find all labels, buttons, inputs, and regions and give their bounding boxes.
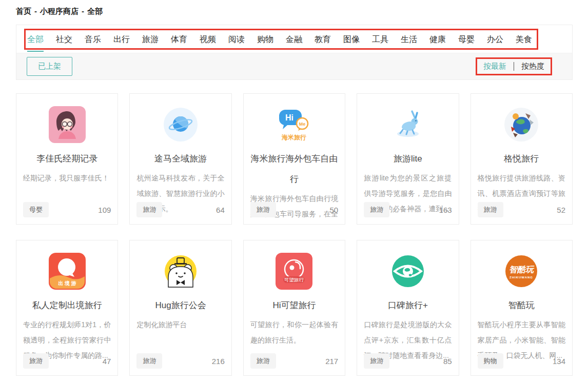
card-footer: 旅游 163 xyxy=(364,202,452,217)
app-card[interactable]: Hi Me 海米旅行 海米旅行海外包车自由行 海米旅行海外包车自由行境外旅游包车… xyxy=(243,93,345,225)
app-card[interactable]: 途马全域旅游 杭州途马科技发布，关于全域旅游、智慧旅游行业的小程序展示。 旅游 … xyxy=(129,93,231,225)
usage-count: 134 xyxy=(553,357,565,366)
app-card[interactable]: 格悦旅行 格悦旅行提供旅游线路、资讯、机票酒店查询预订等旅行服务。 旅游 52 xyxy=(471,93,573,225)
svg-text:Hi: Hi xyxy=(285,113,293,122)
card-footer: 旅游 50 xyxy=(250,202,338,217)
app-card[interactable]: 李佳氏经期记录 经期记录，我只服李佳氏！ 母婴 109 xyxy=(16,93,118,225)
usage-count: 64 xyxy=(216,206,225,214)
category-tag[interactable]: 旅游 xyxy=(478,202,503,217)
category-tag[interactable]: 旅游 xyxy=(136,202,162,217)
eye-globe-green-icon xyxy=(364,252,452,290)
zhikuwan-orange-icon: 智酷玩 ZHIKUWANG xyxy=(478,252,565,290)
svg-text:ZHIKUWANG: ZHIKUWANG xyxy=(509,276,533,279)
svg-text:海米旅行: 海米旅行 xyxy=(281,134,306,141)
usage-count: 50 xyxy=(330,206,339,214)
sort-by-hot[interactable]: 按热度 xyxy=(521,62,544,71)
app-card[interactable]: 智酷玩 ZHIKUWANG 智酷玩 智酷玩小程序主要从事智能家居产品，小米智能、… xyxy=(471,240,573,376)
app-title[interactable]: 格悦旅行 xyxy=(478,149,565,169)
filter-panel: 全部 社交 音乐 出行 旅游 体育 视频 阅读 购物 金融 教育 图像 工具 生… xyxy=(16,25,573,80)
nav-category-reading[interactable]: 阅读 xyxy=(228,27,245,52)
breadcrumb: 首页-小程序商店-全部 xyxy=(16,7,103,16)
sort-by-latest[interactable]: 按最新 xyxy=(483,62,506,71)
category-tag[interactable]: 旅游 xyxy=(250,353,276,369)
usage-count: 163 xyxy=(439,206,452,214)
breadcrumb-separator: - xyxy=(82,7,84,15)
hi-me-bubble-icon: Hi Me 海米旅行 xyxy=(250,106,338,144)
card-footer: 旅游 216 xyxy=(136,353,224,369)
category-nav: 全部 社交 音乐 出行 旅游 体育 视频 阅读 购物 金融 教育 图像 工具 生… xyxy=(16,25,572,53)
nav-category-shopping[interactable]: 购物 xyxy=(257,27,273,52)
category-tag[interactable]: 购物 xyxy=(478,353,503,369)
breadcrumb-separator: - xyxy=(34,7,37,15)
blue-planet-icon xyxy=(136,106,224,144)
blue-rabbit-icon xyxy=(364,106,452,144)
app-description: 经期记录，我只服李佳氏！ xyxy=(23,170,111,186)
nav-category-social[interactable]: 社交 xyxy=(56,27,72,52)
app-card[interactable]: 旅游lite 旅游lite为您的景区之旅提供导游导览服务，是您自由行旅游的必备神… xyxy=(357,93,459,225)
nav-category-education[interactable]: 教育 xyxy=(315,27,331,52)
app-title[interactable]: Hi可望旅行 xyxy=(250,295,338,316)
usage-count: 217 xyxy=(325,357,338,366)
nav-category-maternity[interactable]: 母婴 xyxy=(458,27,475,52)
breadcrumb-home[interactable]: 首页 xyxy=(16,7,31,15)
app-description: 定制化旅游平台 xyxy=(136,317,224,332)
app-title[interactable]: 智酷玩 xyxy=(478,295,565,316)
nav-category-office[interactable]: 办公 xyxy=(487,27,503,52)
nav-category-finance[interactable]: 金融 xyxy=(286,27,302,52)
app-title[interactable]: Hug旅行公会 xyxy=(136,295,224,316)
category-tag[interactable]: 旅游 xyxy=(250,202,276,217)
nav-category-video[interactable]: 视频 xyxy=(200,27,216,52)
usage-count: 47 xyxy=(103,357,111,366)
app-title[interactable]: 途马全域旅游 xyxy=(136,149,224,169)
app-title[interactable]: 私人定制出境旅行 xyxy=(23,295,111,316)
svg-text:智酷玩: 智酷玩 xyxy=(509,265,535,274)
breadcrumb-store[interactable]: 小程序商店 xyxy=(40,7,79,15)
nav-category-food[interactable]: 美食 xyxy=(516,27,532,52)
nav-category-health[interactable]: 健康 xyxy=(429,27,446,52)
nav-category-travel[interactable]: 旅游 xyxy=(142,27,159,52)
app-description: 可望旅行，和你一起体验有趣的旅行生活。 xyxy=(250,317,338,348)
girl-avatar-icon xyxy=(23,106,111,144)
usage-count: 85 xyxy=(443,357,452,366)
card-footer: 旅游 64 xyxy=(136,202,224,217)
card-footer: 旅游 217 xyxy=(250,353,338,369)
card-footer: 母婴 109 xyxy=(23,202,111,217)
usage-count: 216 xyxy=(212,357,225,366)
app-title[interactable]: 旅游lite xyxy=(364,149,452,169)
app-card[interactable]: 出 境 游 私人定制出境旅行 专业的行程规划师1对1，价额透明，全程旅行管家行中… xyxy=(16,240,118,376)
category-tag[interactable]: 母婴 xyxy=(23,202,49,217)
nav-category-sports[interactable]: 体育 xyxy=(171,27,187,52)
usage-count: 52 xyxy=(557,206,565,214)
card-footer: 旅游 52 xyxy=(478,202,565,217)
category-tag[interactable]: 旅游 xyxy=(23,353,49,369)
card-footer: 购物 134 xyxy=(478,353,565,369)
filter-row: 已上架 按最新 按热度 xyxy=(16,53,572,79)
sort-separator xyxy=(514,62,514,71)
app-title[interactable]: 海米旅行海外包车自由行 xyxy=(250,149,338,190)
category-tag[interactable]: 旅游 xyxy=(136,353,162,369)
app-title[interactable]: 口碑旅行+ xyxy=(364,295,452,316)
svg-text:出 境 游: 出 境 游 xyxy=(58,280,76,286)
nav-category-image[interactable]: 图像 xyxy=(343,27,360,52)
category-tag[interactable]: 旅游 xyxy=(364,353,389,369)
kewang-red-icon: 可望旅行 xyxy=(250,252,338,290)
svg-text:Me: Me xyxy=(299,122,306,127)
nav-category-tools[interactable]: 工具 xyxy=(372,27,388,52)
category-tag[interactable]: 旅游 xyxy=(364,202,389,217)
app-title[interactable]: 李佳氏经期记录 xyxy=(23,149,111,169)
app-card-grid: 李佳氏经期记录 经期记录，我只服李佳氏！ 母婴 109 途马全域旅游 杭州途马科… xyxy=(16,93,573,376)
app-card[interactable]: 口碑旅行+ 口碑旅行是处境游版的大众点评+京东，汇集数十亿点评，随时随地查看看身… xyxy=(357,240,459,376)
bear-yellow-icon xyxy=(136,252,224,290)
app-card[interactable]: 可望旅行 Hi可望旅行 可望旅行，和你一起体验有趣的旅行生活。 旅游 217 xyxy=(243,240,345,376)
svg-text:可望旅行: 可望旅行 xyxy=(284,277,304,283)
nav-category-all[interactable]: 全部 xyxy=(27,27,44,52)
usage-count: 109 xyxy=(98,206,111,214)
travel-globe-icon xyxy=(478,106,565,144)
nav-category-transport[interactable]: 出行 xyxy=(113,27,130,52)
breadcrumb-current: 全部 xyxy=(87,7,103,15)
on-shelf-filter-button[interactable]: 已上架 xyxy=(27,57,72,76)
outbound-bubble-icon: 出 境 游 xyxy=(23,252,111,290)
app-card[interactable]: Hug旅行公会 定制化旅游平台 旅游 216 xyxy=(129,240,231,376)
nav-category-music[interactable]: 音乐 xyxy=(85,27,101,52)
nav-category-life[interactable]: 生活 xyxy=(401,27,417,52)
